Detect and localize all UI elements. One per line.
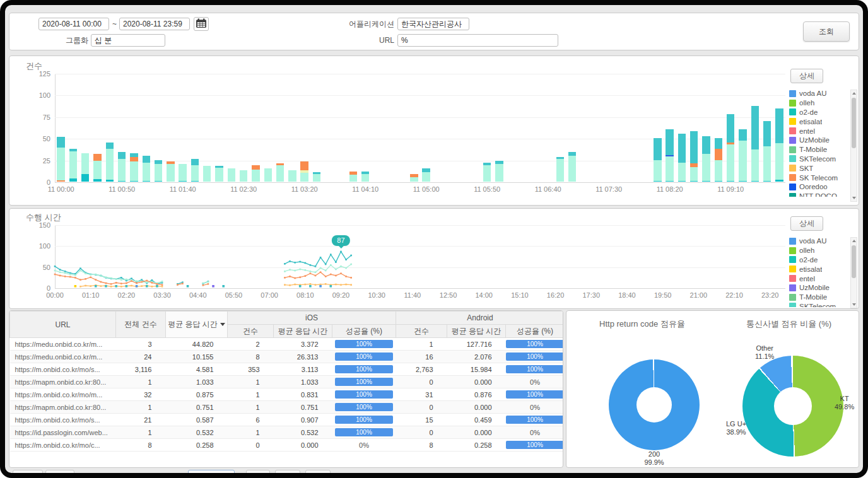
col-header-ios-success[interactable]: 성공율 (%): [332, 325, 396, 338]
cell-number: 44.820: [166, 338, 228, 351]
cell-number: 0.831: [274, 388, 332, 401]
scroll-up-icon[interactable]: [852, 240, 856, 242]
bar-stack: [57, 137, 64, 182]
col-header-ios-count[interactable]: 건수: [228, 325, 274, 338]
legend-item[interactable]: UzMobile: [789, 283, 842, 293]
cell-number: 0.532: [274, 426, 332, 439]
pagination-next-button[interactable]: [275, 470, 300, 473]
time-chart-plot: 05010015000:0001:1002:2003:3004:4005:500…: [55, 225, 785, 288]
table-row[interactable]: https://m.onbid.co.kr/mo/s...210.58760.9…: [10, 414, 564, 426]
cell-number: 1: [116, 401, 166, 414]
bar-segment: [130, 157, 138, 161]
legend-item[interactable]: T-Mobile: [789, 145, 842, 154]
bar-stack: [410, 174, 418, 182]
bar-segment: [715, 138, 722, 149]
col-header-android-count[interactable]: 건수: [396, 325, 447, 338]
scroll-down-icon[interactable]: [852, 303, 856, 306]
legend-label: etisalat: [799, 118, 822, 125]
pagination-last-button[interactable]: [305, 470, 331, 473]
legend-swatch-icon: [789, 165, 796, 172]
cell-url: https://mapm.onbid.co.kr:80...: [10, 376, 116, 388]
time-chart-svg: [55, 225, 785, 288]
count-legend-scroll-thumb[interactable]: [852, 98, 856, 148]
url-filter-input[interactable]: [397, 34, 558, 47]
table-row[interactable]: https://mapm.onbid.co.kr:80...10.75110.7…: [10, 401, 564, 414]
legend-item[interactable]: SK Telecom: [789, 173, 842, 182]
bar-segment: [410, 177, 418, 182]
http-code-chart-title: Http return code 점유율: [566, 318, 718, 330]
col-header-total[interactable]: 전체 건수: [116, 312, 166, 338]
legend-item[interactable]: entel: [789, 274, 842, 283]
date-from-input[interactable]: [38, 18, 109, 30]
scroll-down-icon[interactable]: [852, 197, 856, 199]
cell-url: https://m.onbid.co.kr/mo/s...: [10, 363, 116, 376]
legend-item[interactable]: SKTelecom: [789, 154, 842, 164]
cell-number: 10.155: [166, 351, 228, 363]
legend-item[interactable]: Ooredoo: [789, 182, 842, 192]
pagination-page-input[interactable]: [188, 470, 235, 473]
col-group-ios: iOS: [228, 312, 396, 325]
date-to-input[interactable]: [119, 18, 190, 30]
legend-item[interactable]: etisalat: [789, 264, 842, 274]
legend-item[interactable]: NTT DOCO: [789, 192, 842, 197]
bar-segment: [93, 154, 101, 161]
sort-desc-icon: [220, 323, 225, 326]
table-row[interactable]: https://mapm.onbid.co.kr:80...11.03311.0…: [10, 376, 564, 388]
bar-stack: [775, 108, 783, 182]
kt-label: KT: [835, 395, 854, 403]
count-legend-scrollbar[interactable]: [850, 90, 857, 202]
legend-swatch-icon: [789, 193, 796, 197]
bar-segment: [300, 161, 308, 170]
legend-item[interactable]: olleh: [789, 98, 842, 108]
bar-stack: [240, 170, 247, 182]
count-detail-button[interactable]: 상세: [790, 69, 823, 83]
legend-item[interactable]: SKT: [789, 163, 842, 173]
bar-stack: [654, 138, 661, 182]
legend-item[interactable]: voda AU: [789, 236, 842, 246]
col-header-ios-avg[interactable]: 평균 응답 시간: [274, 325, 332, 338]
bar-stack: [702, 136, 710, 182]
table-row[interactable]: https://medu.onbid.co.kr/m...344.82023.3…: [10, 338, 564, 351]
col-header-url[interactable]: URL: [10, 312, 116, 338]
legend-item[interactable]: o2-de: [789, 255, 842, 265]
success-rate-text: 0%: [332, 441, 396, 449]
pagination-prev-button[interactable]: [45, 470, 74, 473]
bar-stack: [727, 114, 734, 182]
search-button[interactable]: 조회: [803, 21, 850, 42]
table-row[interactable]: https://m.onbid.co.kr/mo/m...320.87510.8…: [10, 388, 564, 401]
application-input[interactable]: [397, 18, 469, 30]
legend-item[interactable]: UzMobile: [789, 136, 842, 145]
time-legend-scrollbar[interactable]: [850, 237, 857, 308]
table-row[interactable]: https://medu.onbid.co.kr/m...2410.155826…: [10, 351, 564, 363]
bar-stack: [191, 159, 199, 182]
col-header-android-success[interactable]: 성공율 (%): [506, 325, 563, 338]
cell-number: 0.000: [447, 426, 506, 439]
legend-item[interactable]: etisalat: [789, 117, 842, 126]
cell-number: 8: [116, 439, 166, 452]
table-row[interactable]: https://m.onbid.co.kr/mo/c...80.25800.00…: [10, 439, 564, 452]
col-header-android-avg[interactable]: 평균 응답 시간: [447, 325, 506, 338]
table-row[interactable]: https://id.passlogin.com/web...10.53210.…: [10, 426, 564, 439]
success-rate-bar: 100%: [506, 365, 563, 373]
http-code-label: 200: [644, 450, 664, 458]
legend-item[interactable]: o2-de: [789, 108, 842, 117]
bar-segment: [179, 181, 186, 182]
bar-segment: [179, 164, 186, 180]
legend-item[interactable]: T-Mobile: [789, 293, 842, 302]
time-legend-scroll-thumb[interactable]: [852, 245, 856, 278]
legend-item[interactable]: olleh: [789, 246, 842, 255]
pagination-first-button[interactable]: [13, 470, 43, 473]
legend-item[interactable]: voda AU: [789, 89, 842, 98]
cell-number: 8: [396, 439, 447, 452]
scroll-up-icon[interactable]: [852, 92, 856, 95]
legend-item[interactable]: entel: [789, 126, 842, 136]
table-row[interactable]: https://m.onbid.co.kr/mo/s...3,1164.5813…: [10, 363, 564, 376]
calendar-button[interactable]: [194, 17, 209, 31]
legend-item[interactable]: SKTelecom: [789, 302, 842, 307]
time-detail-button[interactable]: 상세: [790, 216, 823, 231]
legend-label: voda AU: [799, 90, 826, 97]
cell-number: 24: [116, 351, 166, 363]
count-chart-legend-area: 상세 voda AUolleho2-deetisalatentelUzMobil…: [788, 69, 853, 197]
group-by-input[interactable]: [91, 34, 165, 47]
col-header-avg-sorted[interactable]: 평균 응답 시간: [166, 312, 228, 338]
